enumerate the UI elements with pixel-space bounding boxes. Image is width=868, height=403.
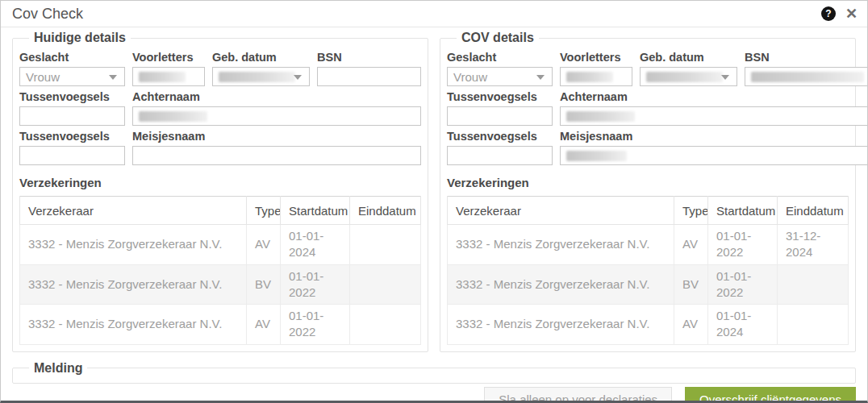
geb-datum-field: Geb. datum xyxy=(640,47,737,86)
cell-verzekeraar: 3332 - Menzis Zorgverzekeraar N.V. xyxy=(448,225,674,265)
melding-legend: Melding xyxy=(29,361,87,376)
close-icon[interactable]: ✕ xyxy=(845,6,858,21)
redacted-value xyxy=(751,72,864,82)
bsn-label: BSN xyxy=(745,51,868,64)
table-row: 3332 - Menzis Zorgverzekeraar N.V. BV 01… xyxy=(448,264,849,305)
table-header-row: Verzekeraar Type Startdatum Einddatum xyxy=(448,197,849,225)
tussenvoegsels-field: Tussenvoegsels xyxy=(447,86,553,126)
cell-type: AV xyxy=(674,305,708,345)
meisjesnaam-input[interactable] xyxy=(132,146,421,165)
cell-einddatum xyxy=(778,305,849,345)
chevron-down-icon xyxy=(721,75,729,80)
cell-einddatum xyxy=(350,305,421,345)
geb-datum-label: Geb. datum xyxy=(212,51,310,64)
geslacht-field: Geslacht Vrouw xyxy=(447,47,553,86)
bsn-input[interactable] xyxy=(317,67,421,86)
cell-verzekeraar: 3332 - Menzis Zorgverzekeraar N.V. xyxy=(20,225,247,265)
panel-huidige-details: Huidige details Geslacht Vrouw Voorlette… xyxy=(12,31,428,352)
cell-type: AV xyxy=(247,225,281,265)
redacted-value xyxy=(566,111,635,122)
panel-legend: COV details xyxy=(457,31,539,45)
cell-startdatum: 01-01-2022 xyxy=(708,225,778,265)
meisjesnaam-input[interactable] xyxy=(560,146,868,165)
tussenvoegsels2-label: Tussenvoegsels xyxy=(447,130,553,143)
cell-type: AV xyxy=(674,225,708,265)
cell-startdatum: 01-01-2024 xyxy=(281,225,350,265)
geslacht-select[interactable]: Vrouw xyxy=(19,67,125,86)
voorletters-label: Voorletters xyxy=(132,51,205,64)
dialog-title: Cov Check xyxy=(12,6,821,23)
voorletters-input[interactable] xyxy=(132,67,205,86)
tussenvoegsels-input[interactable] xyxy=(19,106,125,126)
table-row: 3332 - Menzis Zorgverzekeraar N.V. AV 01… xyxy=(20,225,421,265)
tussenvoegsels-label: Tussenvoegsels xyxy=(447,90,553,103)
cell-type: BV xyxy=(247,264,281,305)
bsn-input[interactable] xyxy=(745,67,868,86)
col-einddatum: Einddatum xyxy=(778,197,849,225)
meisjesnaam-field: Meisjesnaam xyxy=(132,126,421,165)
meisjesnaam-field: Meisjesnaam xyxy=(560,126,868,165)
achternaam-field: Achternaam xyxy=(132,86,421,126)
redacted-value xyxy=(139,72,186,82)
help-icon[interactable]: ? xyxy=(821,6,836,21)
form-grid: Geslacht Vrouw Voorletters Geb. datu xyxy=(447,47,849,165)
verzekeringen-label: Verzekeringen xyxy=(19,176,421,189)
tussenvoegsels2-field: Tussenvoegsels xyxy=(447,126,553,165)
geb-datum-field: Geb. datum xyxy=(212,47,310,86)
dialog-content: Huidige details Geslacht Vrouw Voorlette… xyxy=(1,27,867,384)
cell-type: AV xyxy=(247,305,281,345)
bsn-field: BSN xyxy=(745,47,868,86)
cell-startdatum: 01-01-2022 xyxy=(281,264,350,305)
cell-verzekeraar: 3332 - Menzis Zorgverzekeraar N.V. xyxy=(448,264,674,305)
tussenvoegsels-field: Tussenvoegsels xyxy=(19,86,125,126)
col-type: Type xyxy=(247,197,281,225)
cell-einddatum xyxy=(350,225,421,265)
redacted-value xyxy=(219,72,295,82)
verzekeringen-table: Verzekeraar Type Startdatum Einddatum 33… xyxy=(19,196,421,345)
tussenvoegsels2-field: Tussenvoegsels xyxy=(19,126,125,165)
geb-datum-label: Geb. datum xyxy=(640,51,737,64)
overwrite-client-data-button[interactable]: Overschrijf cliëntgegevens xyxy=(685,387,856,403)
meisjesnaam-label: Meisjesnaam xyxy=(560,130,868,143)
cell-verzekeraar: 3332 - Menzis Zorgverzekeraar N.V. xyxy=(20,264,247,305)
tussenvoegsels-label: Tussenvoegsels xyxy=(19,90,125,103)
details-panels: Huidige details Geslacht Vrouw Voorlette… xyxy=(12,31,856,352)
geslacht-field: Geslacht Vrouw xyxy=(19,47,125,86)
achternaam-input[interactable] xyxy=(132,106,421,126)
achternaam-label: Achternaam xyxy=(132,90,421,103)
geslacht-select[interactable]: Vrouw xyxy=(447,67,553,86)
meisjesnaam-label: Meisjesnaam xyxy=(132,130,421,143)
redacted-value xyxy=(566,72,613,82)
col-type: Type xyxy=(674,197,708,225)
melding-panel: Melding xyxy=(12,361,856,384)
voorletters-label: Voorletters xyxy=(560,51,632,64)
geb-datum-select[interactable] xyxy=(640,67,737,86)
cell-einddatum xyxy=(778,264,849,305)
voorletters-input[interactable] xyxy=(560,67,632,86)
form-grid: Geslacht Vrouw Voorletters Geb. datu xyxy=(19,47,421,165)
table-row: 3332 - Menzis Zorgverzekeraar N.V. AV 01… xyxy=(448,305,849,345)
geslacht-label: Geslacht xyxy=(19,51,125,64)
bsn-label: BSN xyxy=(317,51,421,64)
chevron-down-icon xyxy=(294,75,302,80)
cell-startdatum: 01-01-2022 xyxy=(708,264,778,305)
cell-startdatum: 01-01-2024 xyxy=(708,305,778,345)
cell-startdatum: 01-01-2022 xyxy=(281,305,350,345)
achternaam-input[interactable] xyxy=(560,106,868,126)
redacted-value xyxy=(566,151,627,161)
panel-cov-details: COV details Geslacht Vrouw Voorletters xyxy=(440,31,856,352)
tussenvoegsels2-input[interactable] xyxy=(447,146,553,165)
achternaam-field: Achternaam xyxy=(560,86,868,126)
table-row: 3332 - Menzis Zorgverzekeraar N.V. BV 01… xyxy=(20,264,421,305)
titlebar: Cov Check ? ✕ xyxy=(1,1,867,27)
table-row: 3332 - Menzis Zorgverzekeraar N.V. AV 01… xyxy=(448,225,849,265)
save-for-declarations-button[interactable]: Sla alleen op voor declaraties xyxy=(484,387,672,403)
achternaam-label: Achternaam xyxy=(560,90,868,103)
tussenvoegsels-input[interactable] xyxy=(447,106,553,126)
tussenvoegsels2-input[interactable] xyxy=(19,146,125,165)
table-header-row: Verzekeraar Type Startdatum Einddatum xyxy=(20,197,421,225)
col-startdatum: Startdatum xyxy=(708,197,778,225)
cell-einddatum: 31-12-2024 xyxy=(778,225,849,265)
geb-datum-select[interactable] xyxy=(212,67,310,86)
tussenvoegsels2-label: Tussenvoegsels xyxy=(19,130,125,143)
